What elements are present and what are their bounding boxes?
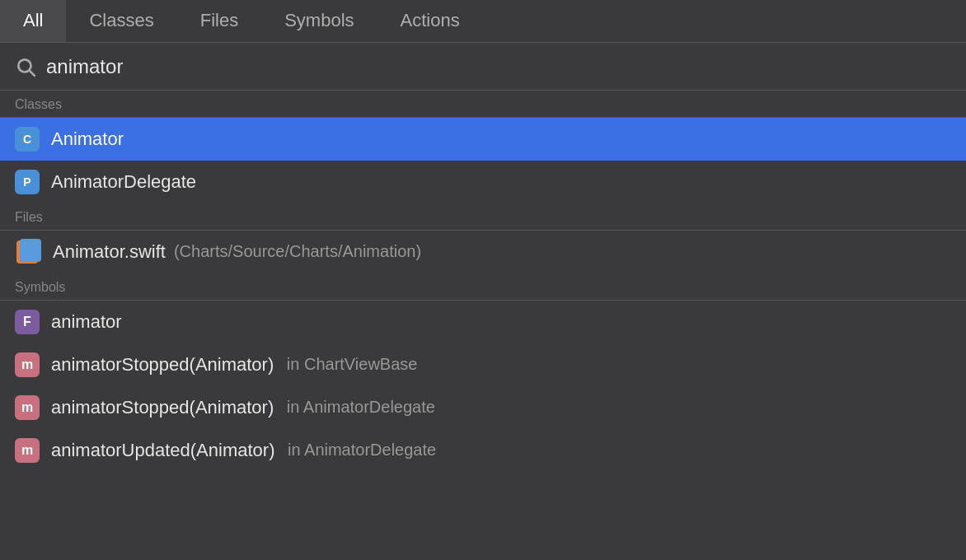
tab-actions[interactable]: Actions [377,0,483,42]
method-icon-animatorupdated: m [15,438,40,463]
item-name-animatorstopped-2: animatorStopped(Animator) [51,397,274,418]
item-context-animatorupdated: in AnimatorDelegate [283,441,436,460]
item-context-animatorstopped-2: in AnimatorDelegate [282,398,435,417]
list-item-animatorstopped-animatordelegate[interactable]: m animatorStopped(Animator) in AnimatorD… [0,386,966,429]
class-icon-animator: C [15,127,40,152]
protocol-icon-animatordelegate: P [15,170,40,194]
item-name-animatordelegate: AnimatorDelegate [51,171,196,193]
item-name-animator-class: Animator [51,128,124,150]
item-path-animator-swift: (Charts/Source/Charts/Animation) [174,242,421,261]
search-input[interactable] [46,55,951,78]
list-item-animatorstopped-chartviewbase[interactable]: m animatorStopped(Animator) in ChartView… [0,343,966,386]
file-icon-animator-swift: S [15,239,45,265]
search-icon [15,56,36,77]
symbols-section-header: Symbols [0,273,966,301]
list-item-animator-swift[interactable]: S Animator.swift (Charts/Source/Charts/A… [0,231,966,273]
svg-line-1 [30,70,35,75]
tab-files[interactable]: Files [177,0,261,42]
tab-classes[interactable]: Classes [66,0,176,42]
item-name-animator-swift: Animator.swift [53,241,166,263]
tab-bar: All Classes Files Symbols Actions [0,0,966,43]
method-icon-animatorstopped-2: m [15,395,40,420]
tab-all[interactable]: All [0,0,66,42]
list-item-animator-symbol[interactable]: F animator [0,301,966,343]
files-section-header: Files [0,203,966,231]
item-name-animatorstopped-1: animatorStopped(Animator) [51,354,274,376]
item-context-animatorstopped-1: in ChartViewBase [282,355,417,374]
function-icon-animator: F [15,310,40,334]
list-item-animatordelegate[interactable]: P AnimatorDelegate [0,161,966,203]
method-icon-animatorstopped-1: m [15,352,40,377]
tab-symbols[interactable]: Symbols [261,0,377,42]
list-item-animator-class[interactable]: C Animator [0,118,966,161]
search-bar [0,43,966,91]
item-name-animatorupdated: animatorUpdated(Animator) [51,440,274,461]
item-name-animator-symbol: animator [51,311,122,333]
classes-section-header: Classes [0,91,966,118]
list-item-animatorupdated-animatordelegate[interactable]: m animatorUpdated(Animator) in AnimatorD… [0,429,966,472]
